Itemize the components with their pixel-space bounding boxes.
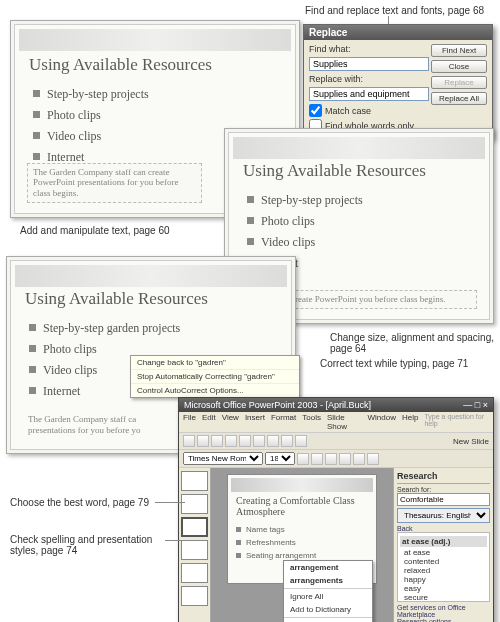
spell-suggestion[interactable]: arrangement (284, 561, 372, 574)
bullet-item: Video clips (33, 129, 149, 144)
slide-thumb[interactable] (181, 563, 208, 583)
menu-insert[interactable]: Insert (245, 413, 265, 431)
slide-thumbnail-panel[interactable] (179, 468, 211, 622)
callout-best-word: Choose the best word, page 79 (10, 497, 160, 508)
bullet-item: Step-by-step garden projects (29, 321, 180, 336)
result-item[interactable]: easy (400, 584, 487, 593)
spell-suggestion[interactable]: arrangements (284, 574, 372, 587)
callout-correct-text: Correct text while typing, page 71 (320, 358, 468, 369)
menu-tools[interactable]: Tools (302, 413, 321, 431)
autocorrect-item[interactable]: Control AutoCorrect Options... (131, 384, 299, 397)
callout-line (388, 16, 389, 24)
menubar[interactable]: File Edit View Insert Format Tools Slide… (179, 412, 493, 433)
mini-slide-title[interactable]: Creating a Comfortable Class Atmosphere (236, 495, 376, 517)
menu-help[interactable]: Help (402, 413, 418, 431)
research-taskpane[interactable]: Research Search for: Thesaurus: English … (393, 468, 493, 622)
slide-thumb[interactable] (181, 494, 208, 514)
slide-thumb[interactable] (181, 586, 208, 606)
replace-dialog: Replace Find what: Replace with: Match c… (303, 24, 493, 139)
back-link[interactable]: Back (397, 525, 490, 532)
autocorrect-menu[interactable]: Change back to "gadren" Stop Automatical… (130, 355, 300, 398)
callout-change-size: Change size, alignment and spacing, page… (330, 332, 500, 354)
print-icon[interactable] (225, 435, 237, 447)
powerpoint-app-window: Microsoft Office PowerPoint 2003 - [Apri… (178, 397, 494, 622)
bullet-item[interactable]: Refreshments (236, 538, 316, 547)
ask-box[interactable]: Type a question for help (424, 413, 489, 431)
result-item[interactable]: contented (400, 557, 487, 566)
result-item[interactable]: at ease (400, 548, 487, 557)
replace-all-button[interactable]: Replace All (431, 92, 487, 105)
open-icon[interactable] (197, 435, 209, 447)
slide-footer-text: The Garden Company staff ca presentation… (23, 411, 183, 439)
slide-title: Using Available Resources (29, 55, 212, 75)
font-size-selector[interactable]: 18 (265, 452, 295, 465)
replace-button[interactable]: Replace (431, 76, 487, 89)
bullet-item: Step-by-step projects (247, 193, 363, 208)
research-options-link[interactable]: Research options... (397, 618, 490, 622)
undo-icon[interactable] (281, 435, 293, 447)
paste-icon[interactable] (267, 435, 279, 447)
cut-icon[interactable] (239, 435, 251, 447)
callout-spelling: Check spelling and presentation styles, … (10, 534, 170, 556)
italic-icon[interactable] (311, 453, 323, 465)
add-to-dictionary[interactable]: Add to Dictionary (284, 603, 372, 616)
copy-icon[interactable] (253, 435, 265, 447)
slide-footer-text: The Garden Company staff can create Powe… (27, 163, 202, 203)
align-center-icon[interactable] (353, 453, 365, 465)
menu-format[interactable]: Format (271, 413, 296, 431)
slide-thumb[interactable] (181, 471, 208, 491)
dialog-titlebar[interactable]: Replace (304, 25, 492, 40)
app-title: Microsoft Office PowerPoint 2003 - [Apri… (184, 400, 371, 410)
find-what-label: Find what: (309, 44, 367, 54)
replace-with-input[interactable] (309, 87, 429, 101)
find-next-button[interactable]: Find Next (431, 44, 487, 57)
app-titlebar[interactable]: Microsoft Office PowerPoint 2003 - [Apri… (179, 398, 493, 412)
autocorrect-item[interactable]: Change back to "gadren" (131, 356, 299, 370)
slide-decoration (231, 478, 373, 492)
callout-line (165, 540, 185, 541)
bullet-item[interactable]: Seating arrangemnt (236, 551, 316, 560)
menu-slideshow[interactable]: Slide Show (327, 413, 362, 431)
autocorrect-item[interactable]: Stop Automatically Correcting "gadren" (131, 370, 299, 384)
align-left-icon[interactable] (339, 453, 351, 465)
underline-icon[interactable] (325, 453, 337, 465)
menu-window[interactable]: Window (368, 413, 396, 431)
close-button[interactable]: Close (431, 60, 487, 73)
result-group[interactable]: at ease (adj.) (400, 536, 487, 547)
bullet-item[interactable]: Name tags (236, 525, 316, 534)
bullet-item: Step-by-step projects (33, 87, 149, 102)
slide-decoration (19, 29, 291, 51)
new-icon[interactable] (183, 435, 195, 447)
slide-thumb[interactable] (181, 540, 208, 560)
redo-icon[interactable] (295, 435, 307, 447)
menu-view[interactable]: View (222, 413, 239, 431)
search-for-label: Search for: (397, 486, 490, 493)
standard-toolbar[interactable]: New Slide (179, 433, 493, 450)
ignore-all[interactable]: Ignore All (284, 590, 372, 603)
menu-file[interactable]: File (183, 413, 196, 431)
font-selector[interactable]: Times New Roman (183, 452, 263, 465)
result-item[interactable]: secure (400, 593, 487, 602)
source-select[interactable]: Thesaurus: English (U.S.) (397, 508, 490, 523)
result-item[interactable]: relaxed (400, 566, 487, 575)
bold-icon[interactable] (297, 453, 309, 465)
find-what-input[interactable] (309, 57, 429, 71)
search-input[interactable] (397, 493, 490, 506)
formatting-toolbar[interactable]: Times New Roman 18 (179, 450, 493, 468)
menu-edit[interactable]: Edit (202, 413, 216, 431)
save-icon[interactable] (211, 435, 223, 447)
spelling-context-menu[interactable]: arrangement arrangements Ignore All Add … (283, 560, 373, 622)
bullets-icon[interactable] (367, 453, 379, 465)
window-controls[interactable]: — □ × (463, 400, 488, 410)
research-results[interactable]: at ease (adj.) at ease contented relaxed… (397, 532, 490, 602)
slide-thumb[interactable] (181, 517, 208, 537)
slide-decoration (15, 265, 287, 287)
mini-slide-bullets[interactable]: Name tags Refreshments Seating arrangemn… (236, 525, 316, 564)
marketplace-link[interactable]: Get services on Office Marketplace (397, 604, 490, 618)
result-item[interactable]: happy (400, 575, 487, 584)
replace-with-label: Replace with: (309, 74, 367, 84)
slide-bullets: Step-by-step projects Photo clips Video … (33, 87, 149, 171)
new-slide-button[interactable]: New Slide (453, 437, 489, 446)
match-case-checkbox[interactable] (309, 104, 322, 117)
slide-editor[interactable]: Creating a Comfortable Class Atmosphere … (211, 468, 393, 622)
